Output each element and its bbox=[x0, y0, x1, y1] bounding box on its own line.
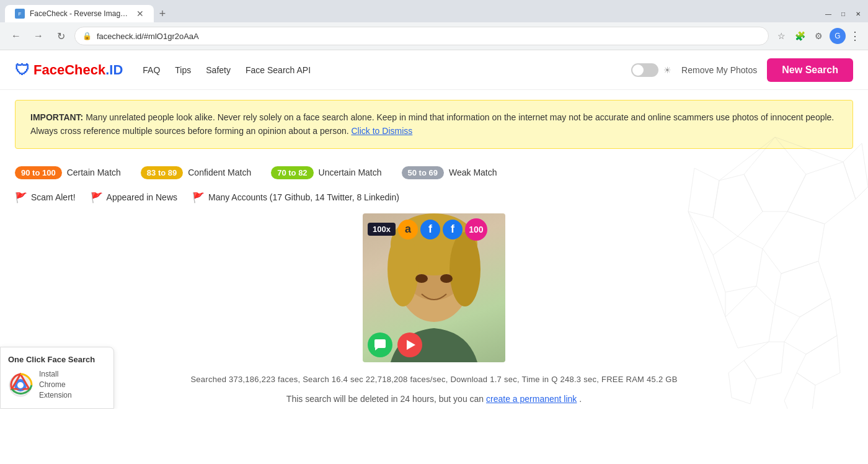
facebook-icon-2: f bbox=[443, 220, 463, 239]
browser-actions: ☆ 🧩 ⚙ G ⋮ bbox=[774, 28, 861, 44]
nav-api[interactable]: Face Search API bbox=[246, 65, 311, 75]
result-bottom-icons bbox=[368, 332, 422, 357]
chrome-icon bbox=[8, 373, 33, 398]
shield-icon: 🛡 bbox=[15, 61, 30, 79]
svg-point-4 bbox=[450, 232, 480, 306]
flag-accounts-label: Many Accounts (17 Github, 14 Twitter, 8 … bbox=[208, 192, 399, 202]
legend-weak: 50 to 69 Weak Match bbox=[402, 166, 497, 179]
svg-line-25 bbox=[688, 212, 725, 317]
theme-toggle-wrap: ☀ bbox=[631, 63, 671, 77]
tab-favicon: F bbox=[15, 9, 25, 19]
flag-scam-icon: 🚩 bbox=[15, 192, 27, 203]
svg-line-22 bbox=[719, 137, 775, 181]
svg-line-23 bbox=[856, 187, 868, 199]
nav-faq[interactable]: FAQ bbox=[143, 65, 160, 75]
svg-marker-20 bbox=[784, 373, 815, 409]
svg-point-6 bbox=[440, 274, 453, 283]
flag-accounts-icon: 🚩 bbox=[192, 192, 205, 203]
svg-marker-8 bbox=[787, 162, 856, 224]
svg-marker-13 bbox=[725, 286, 775, 348]
result-card[interactable]: 100x a f f 100 bbox=[363, 213, 505, 362]
result-image-container: 100x a f f 100 bbox=[363, 213, 505, 362]
badge-uncertain: 70 to 82 bbox=[271, 166, 313, 179]
label-certain: Certain Match bbox=[67, 167, 121, 177]
nav-links: FAQ Tips Safety Face Search API bbox=[143, 65, 311, 75]
svg-point-3 bbox=[388, 232, 418, 306]
svg-marker-18 bbox=[797, 336, 840, 385]
browser-chrome: F FaceCheck - Reverse Image Sear... ✕ + … bbox=[0, 0, 868, 50]
tab-close-button[interactable]: ✕ bbox=[136, 9, 144, 19]
chat-icon-green bbox=[368, 332, 392, 357]
new-tab-button[interactable]: + bbox=[154, 5, 171, 22]
svg-marker-19 bbox=[728, 360, 756, 404]
extension-label: Extension bbox=[39, 390, 72, 401]
active-tab[interactable]: F FaceCheck - Reverse Image Sear... ✕ bbox=[5, 5, 154, 22]
label-weak: Weak Match bbox=[449, 167, 497, 177]
address-bar[interactable]: 🔒 facecheck.id/#mlO1gr2oAaA bbox=[74, 27, 769, 45]
minimize-button[interactable]: — bbox=[823, 9, 833, 19]
promo-title: One Click Face Search bbox=[8, 355, 106, 364]
score-badge: 100 bbox=[465, 218, 487, 241]
header-right: ☀ Remove My Photos New Search bbox=[631, 58, 853, 82]
chat-bubble-icon bbox=[373, 339, 387, 350]
badge-weak: 50 to 69 bbox=[402, 166, 444, 179]
flag-news-label: Appeared in News bbox=[107, 192, 177, 202]
svg-marker-11 bbox=[713, 236, 763, 292]
url-text: facecheck.id/#mlO1gr2oAaA bbox=[97, 32, 761, 41]
svg-point-31 bbox=[17, 382, 24, 388]
amazon-icon: a bbox=[398, 220, 418, 239]
svg-marker-17 bbox=[688, 168, 719, 218]
tab-bar: F FaceCheck - Reverse Image Sear... ✕ + … bbox=[0, 0, 868, 22]
page-content: 🛡 FaceCheck.ID FAQ Tips Safety Face Sear… bbox=[0, 50, 868, 409]
result-top-icons: 100x a f f 100 bbox=[368, 218, 487, 241]
extensions-icon[interactable]: ⚙ bbox=[811, 29, 826, 43]
logo-text: FaceCheck.ID bbox=[33, 62, 123, 78]
extension-puzzle-icon[interactable]: 🧩 bbox=[792, 29, 807, 43]
site-logo[interactable]: 🛡 FaceCheck.ID bbox=[15, 61, 123, 79]
reload-button[interactable]: ↻ bbox=[52, 27, 69, 45]
legend-uncertain: 70 to 82 Uncertain Match bbox=[271, 166, 381, 179]
bookmark-icon[interactable]: ☆ bbox=[774, 29, 789, 43]
promo-content: Install Chrome Extension bbox=[8, 369, 106, 400]
chrome-label: Chrome bbox=[39, 380, 72, 390]
permanent-link[interactable]: create a permanent link bbox=[486, 394, 577, 404]
svg-marker-14 bbox=[784, 298, 837, 354]
site-header: 🛡 FaceCheck.ID FAQ Tips Safety Face Sear… bbox=[0, 50, 868, 90]
maximize-button[interactable]: □ bbox=[838, 9, 848, 19]
new-search-button[interactable]: New Search bbox=[767, 58, 853, 82]
flag-scam: 🚩 Scam Alert! bbox=[15, 192, 76, 203]
forward-button[interactable]: → bbox=[30, 27, 47, 45]
sun-icon: ☀ bbox=[663, 65, 671, 75]
label-uncertain: Uncertain Match bbox=[319, 167, 382, 177]
back-button[interactable]: ← bbox=[7, 27, 25, 45]
facebook-icon-1: f bbox=[420, 220, 440, 239]
flag-news-icon: 🚩 bbox=[91, 192, 103, 203]
svg-point-5 bbox=[415, 274, 428, 283]
lock-icon: 🔒 bbox=[82, 32, 92, 40]
dismiss-link[interactable]: Click to Dismiss bbox=[352, 126, 413, 136]
nav-tips[interactable]: Tips bbox=[175, 65, 191, 75]
label-confident: Confident Match bbox=[188, 167, 251, 177]
promo-card[interactable]: One Click Face Search Install Chrome Ext… bbox=[0, 347, 114, 408]
svg-marker-12 bbox=[775, 261, 831, 317]
promo-install-text: Install Chrome Extension bbox=[39, 369, 72, 400]
remove-photos-link[interactable]: Remove My Photos bbox=[681, 65, 757, 75]
legend-confident: 83 to 89 Confident Match bbox=[141, 166, 251, 179]
badge-confident: 83 to 89 bbox=[141, 166, 183, 179]
close-button[interactable]: ✕ bbox=[853, 9, 863, 19]
world-svg bbox=[682, 125, 868, 409]
play-triangle-icon bbox=[407, 340, 415, 350]
world-graphic bbox=[682, 125, 868, 409]
theme-toggle[interactable] bbox=[631, 63, 658, 77]
flag-scam-label: Scam Alert! bbox=[31, 192, 76, 202]
chrome-menu-icon[interactable]: ⋮ bbox=[849, 29, 861, 43]
toggle-knob bbox=[632, 65, 644, 76]
window-controls: — □ ✕ bbox=[823, 9, 868, 19]
delete-period: . bbox=[579, 394, 582, 404]
profile-avatar[interactable]: G bbox=[830, 28, 846, 44]
nav-safety[interactable]: Safety bbox=[206, 65, 231, 75]
delete-notice-text: This search will be deleted in 24 hours,… bbox=[286, 394, 484, 404]
address-bar-row: ← → ↻ 🔒 facecheck.id/#mlO1gr2oAaA ☆ 🧩 ⚙ … bbox=[0, 22, 868, 50]
svg-marker-9 bbox=[713, 174, 763, 236]
flag-news: 🚩 Appeared in News bbox=[91, 192, 177, 203]
